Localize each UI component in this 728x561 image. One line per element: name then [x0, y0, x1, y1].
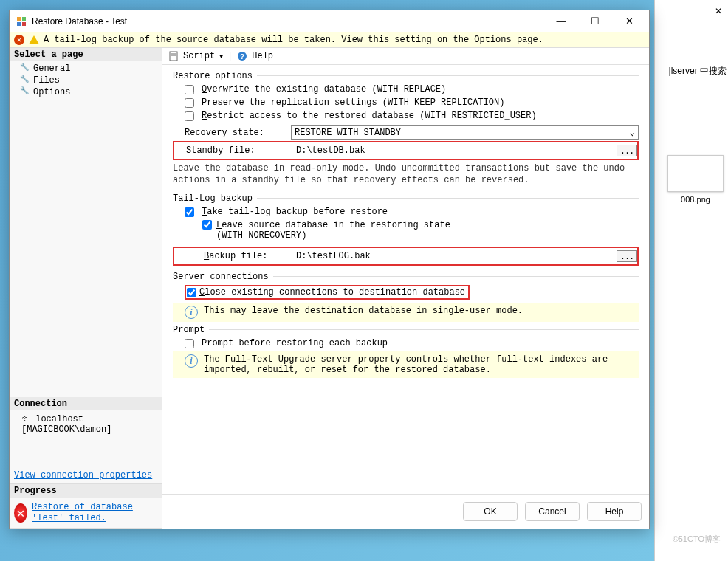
window-title: Restore Database - Test [32, 16, 544, 27]
server-conn-info: This may leave the destination database … [204, 306, 523, 316]
standby-file-input[interactable]: D:\testDB.bak [292, 144, 614, 157]
svg-rect-2 [17, 22, 21, 26]
take-tail-log-label: Take tail-log backup before restore [202, 207, 388, 217]
restore-options-header: Restore options [173, 71, 253, 81]
close-connections-checkbox[interactable] [187, 288, 196, 297]
script-dropdown[interactable]: ▼ [219, 53, 223, 60]
server-connections-header: Server connections [173, 272, 269, 282]
outer-close-button[interactable]: ✕ [712, 4, 725, 18]
preserve-checkbox[interactable] [185, 98, 194, 108]
svg-rect-4 [170, 52, 177, 61]
prompt-checkbox[interactable] [185, 339, 194, 348]
sidebar: Select a page General Files Options Conn… [10, 48, 162, 529]
standby-description: Leave the database in read-only mode. Un… [173, 160, 639, 192]
ok-button[interactable]: OK [463, 502, 518, 521]
watermark: ©51CTO博客 [673, 534, 721, 545]
maximize-button[interactable]: ☐ [578, 10, 612, 32]
leave-restoring-label: Leave source database in the restoring s… [216, 220, 450, 241]
recovery-state-select[interactable]: RESTORE WITH STANDBY⌄ [291, 125, 639, 140]
dialog-footer: OK Cancel Help [162, 494, 649, 529]
progress-header: Progress [10, 484, 162, 498]
close-connections-label: Close existing connections to destinatio… [199, 287, 465, 297]
sidebar-item-general[interactable]: General [10, 63, 162, 75]
tail-log-header: Tail-Log backup [173, 193, 253, 204]
restrict-checkbox[interactable] [185, 111, 194, 121]
view-connection-link[interactable]: View connection properties [10, 467, 162, 483]
prompt-header: Prompt [173, 325, 205, 335]
warning-icon [29, 35, 39, 44]
svg-rect-0 [17, 17, 21, 21]
background-window: |lserver 中搜索 008.png [654, 0, 728, 561]
overwrite-label: Overwrite the existing database (WITH RE… [202, 84, 446, 94]
sidebar-item-files[interactable]: Files [10, 75, 162, 86]
app-icon [16, 16, 27, 27]
thumbnail-label: 008.png [667, 195, 724, 204]
error-icon: ✕ [14, 35, 24, 45]
connection-text: ᯤ localhost [MAGICBOOK\damon] [10, 410, 162, 438]
backup-file-input[interactable]: D:\testLOG.bak [292, 249, 614, 263]
file-thumbnail[interactable]: 008.png [667, 155, 724, 204]
notice-text: A tail-log backup of the source database… [44, 35, 543, 45]
select-page-header: Select a page [10, 48, 162, 61]
svg-text:?: ? [240, 53, 244, 61]
info-icon: i [185, 354, 198, 368]
standby-file-label: Standby file: [174, 145, 292, 156]
standby-browse-button[interactable]: ... [617, 145, 637, 156]
svg-rect-3 [22, 22, 26, 26]
leave-restoring-checkbox[interactable] [202, 220, 212, 230]
script-button[interactable]: Script [183, 51, 215, 61]
thumbnail-image [667, 155, 724, 192]
restore-database-dialog: Restore Database - Test — ☐ ✕ ✕ A tail-l… [9, 10, 650, 529]
sidebar-item-options[interactable]: Options [10, 86, 162, 98]
minimize-button[interactable]: — [544, 10, 578, 32]
info-icon: i [185, 306, 198, 319]
wrench-icon [21, 88, 30, 97]
close-button[interactable]: ✕ [612, 10, 646, 32]
main-panel: Script ▼ | ? Help Restore options Overwr… [162, 48, 649, 529]
help-icon: ? [237, 51, 247, 61]
help-button[interactable]: Help [587, 502, 642, 521]
recovery-state-label: Recovery state: [173, 128, 291, 138]
wrench-icon [21, 76, 30, 85]
backup-file-label: Backup file: [174, 251, 292, 261]
help-button[interactable]: Help [252, 51, 273, 61]
svg-rect-1 [22, 17, 26, 21]
notice-bar: ✕ A tail-log backup of the source databa… [10, 32, 649, 48]
connection-header: Connection [10, 397, 162, 410]
preserve-label: Preserve the replication settings (WITH … [202, 97, 504, 108]
prompt-info: The Full-Text Upgrade server property co… [204, 354, 633, 375]
take-tail-log-checkbox[interactable] [185, 207, 194, 217]
search-fragment: |lserver 中搜索 [669, 65, 727, 78]
overwrite-checkbox[interactable] [185, 85, 194, 94]
script-icon [168, 51, 179, 61]
restore-failed-link[interactable]: Restore of database 'Test' failed. [32, 502, 157, 523]
prompt-label: Prompt before restoring each backup [202, 338, 388, 348]
cancel-button[interactable]: Cancel [525, 502, 580, 521]
titlebar[interactable]: Restore Database - Test — ☐ ✕ [10, 10, 649, 32]
wrench-icon [21, 64, 30, 73]
error-circle-icon: ✕ [14, 503, 27, 523]
toolbar: Script ▼ | ? Help [162, 48, 649, 65]
backup-browse-button[interactable]: ... [617, 250, 637, 262]
restrict-label: Restrict access to the restored database… [202, 111, 537, 121]
